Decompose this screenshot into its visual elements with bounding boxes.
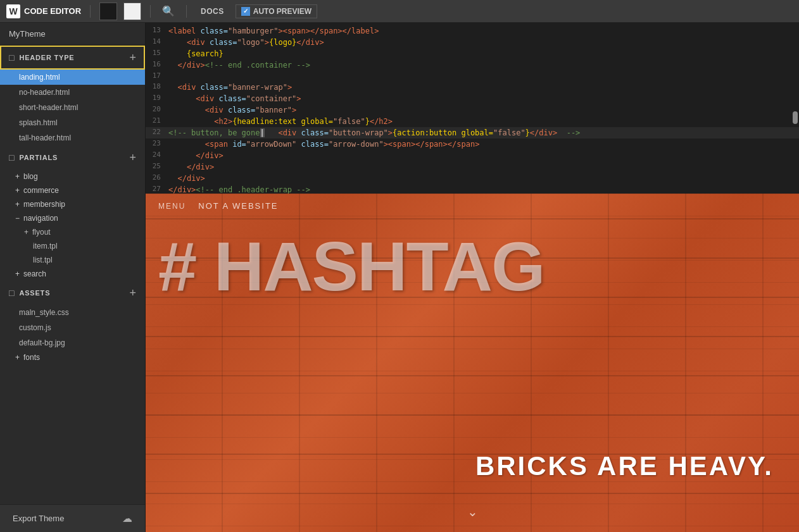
export-cloud-icon: ☁ xyxy=(122,512,132,524)
partial-search-add-icon: + xyxy=(15,269,20,278)
partials-label: PARTIALS xyxy=(19,154,58,161)
preview-area: MENU NOT A WEBSITE # HASHTAG BRICKS ARE … xyxy=(146,194,799,532)
file-list-tpl[interactable]: list.tpl xyxy=(0,253,145,267)
partial-flyout[interactable]: + flyout xyxy=(0,225,145,239)
preview-nav: MENU NOT A WEBSITE xyxy=(146,194,799,218)
file-landing-html[interactable]: landing.html xyxy=(0,70,145,85)
logo-w-icon: W xyxy=(6,4,20,18)
code-editor[interactable]: 13 <label class="hamburger"><span></span… xyxy=(146,23,799,194)
code-line-19: 19 <div class="container"> xyxy=(146,93,799,104)
file-tall-header-html[interactable]: tall-header.html xyxy=(0,130,145,145)
preview-tagline: BRICKS ARE HEAVY. xyxy=(475,451,774,481)
file-no-header-html[interactable]: no-header.html xyxy=(0,85,145,100)
auto-preview-label: AUTO PREVIEW xyxy=(253,7,311,16)
assets-left: □ ASSETS xyxy=(9,288,50,298)
partial-membership-label: membership xyxy=(23,200,65,209)
divider2 xyxy=(150,5,151,18)
header-type-add-button[interactable]: + xyxy=(129,52,136,63)
theme-dark-button[interactable] xyxy=(99,3,117,20)
partial-navigation[interactable]: − navigation xyxy=(0,211,145,225)
preview-hashtag: # HASHTAG xyxy=(158,232,799,301)
code-line-18: 18 <div class="banner-wrap"> xyxy=(146,82,799,93)
code-line-17: 17 xyxy=(146,71,799,82)
partial-commerce-add-icon: + xyxy=(15,186,20,195)
partial-search-label: search xyxy=(23,269,46,278)
partial-fonts-add-icon: + xyxy=(15,353,20,362)
scrollbar-thumb[interactable] xyxy=(793,111,798,124)
code-line-16: 16 </div><!-- end .container --> xyxy=(146,59,799,71)
partial-membership-add-icon: + xyxy=(15,200,20,209)
theme-name: MyTheme xyxy=(0,23,145,46)
theme-light-button[interactable] xyxy=(123,3,141,20)
partial-commerce[interactable]: + commerce xyxy=(0,183,145,197)
search-icon[interactable]: 🔍 xyxy=(160,5,177,17)
top-bar: W CODE EDITOR 🔍 DOCS AUTO PREVIEW xyxy=(0,0,799,23)
assets-add-button[interactable]: + xyxy=(129,287,136,299)
preview-site-title: NOT A WEBSITE xyxy=(198,201,278,211)
sidebar: MyTheme □ HEADER TYPE + landing.html no-… xyxy=(0,23,146,532)
asset-custom-js[interactable]: custom.js xyxy=(0,320,145,335)
sidebar-scroll: □ HEADER TYPE + landing.html no-header.h… xyxy=(0,46,145,504)
export-theme-button[interactable]: Export Theme ☁ xyxy=(0,504,145,532)
partial-blog-add-icon: + xyxy=(15,172,20,181)
assets-section: □ ASSETS + xyxy=(0,281,145,305)
partial-search[interactable]: + search xyxy=(0,267,145,281)
code-line-22: 22 <!-- button, be gone| <div class="but… xyxy=(146,127,799,139)
code-lines: 13 <label class="hamburger"><span></span… xyxy=(146,23,799,194)
header-type-icon: □ xyxy=(9,53,14,63)
code-line-13: 13 <label class="hamburger"><span></span… xyxy=(146,25,799,37)
main-layout: MyTheme □ HEADER TYPE + landing.html no-… xyxy=(0,23,799,532)
header-type-section: □ HEADER TYPE + xyxy=(0,46,145,70)
partials-add-button[interactable]: + xyxy=(129,152,136,163)
partial-flyout-label: flyout xyxy=(32,228,51,237)
partials-section: □ PARTIALS + xyxy=(0,145,145,170)
partial-commerce-label: commerce xyxy=(23,186,59,195)
file-short-header-html[interactable]: short-header.html xyxy=(0,100,145,115)
code-line-24: 24 </div> xyxy=(146,150,799,161)
preview-background: MENU NOT A WEBSITE # HASHTAG BRICKS ARE … xyxy=(146,194,799,532)
partial-flyout-add-icon: + xyxy=(24,228,28,237)
code-line-20: 20 <div class="banner"> xyxy=(146,104,799,116)
partial-blog[interactable]: + blog xyxy=(0,170,145,183)
content-area: 13 <label class="hamburger"><span></span… xyxy=(146,23,799,532)
app-title: CODE EDITOR xyxy=(24,6,81,16)
docs-link[interactable]: DOCS xyxy=(196,4,229,18)
file-splash-html[interactable]: splash.html xyxy=(0,115,145,130)
asset-default-bg-jpg[interactable]: default-bg.jpg xyxy=(0,335,145,350)
app-logo: W CODE EDITOR xyxy=(6,4,81,18)
partial-membership[interactable]: + membership xyxy=(0,197,145,211)
partial-navigation-collapse-icon: − xyxy=(15,214,20,223)
partial-fonts-label: fonts xyxy=(23,353,40,362)
file-item-tpl[interactable]: item.tpl xyxy=(0,239,145,253)
header-type-label: HEADER TYPE xyxy=(19,54,74,61)
partial-navigation-label: navigation xyxy=(23,214,58,223)
preview-arrow-icon: ⌄ xyxy=(467,504,478,519)
divider xyxy=(90,5,91,18)
code-line-21: 21 <h2>{headline:text global="false"}</h… xyxy=(146,116,799,127)
code-line-26: 26 </div> xyxy=(146,173,799,184)
assets-icon: □ xyxy=(9,288,14,298)
export-theme-label: Export Theme xyxy=(13,514,64,523)
assets-label: ASSETS xyxy=(19,289,50,297)
code-line-15: 15 {search} xyxy=(146,48,799,59)
code-line-14: 14 <div class="logo">{logo}</div> xyxy=(146,37,799,48)
partials-icon: □ xyxy=(9,152,14,163)
header-type-left: □ HEADER TYPE xyxy=(9,53,75,63)
auto-preview-toggle[interactable]: AUTO PREVIEW xyxy=(236,4,317,18)
partials-left: □ PARTIALS xyxy=(9,152,58,163)
preview-menu-label: MENU xyxy=(158,202,186,211)
asset-main-style-css[interactable]: maln_style.css xyxy=(0,305,145,320)
code-line-23: 23 <span id="arrowDown" class="arrow-dow… xyxy=(146,139,799,150)
auto-preview-checkbox[interactable] xyxy=(241,7,250,16)
code-line-27: 27 </div><!-- end .header-wrap --> xyxy=(146,184,799,194)
partial-fonts[interactable]: + fonts xyxy=(0,350,145,364)
divider3 xyxy=(186,5,187,18)
partial-blog-label: blog xyxy=(23,172,38,181)
code-line-25: 25 </div> xyxy=(146,161,799,173)
